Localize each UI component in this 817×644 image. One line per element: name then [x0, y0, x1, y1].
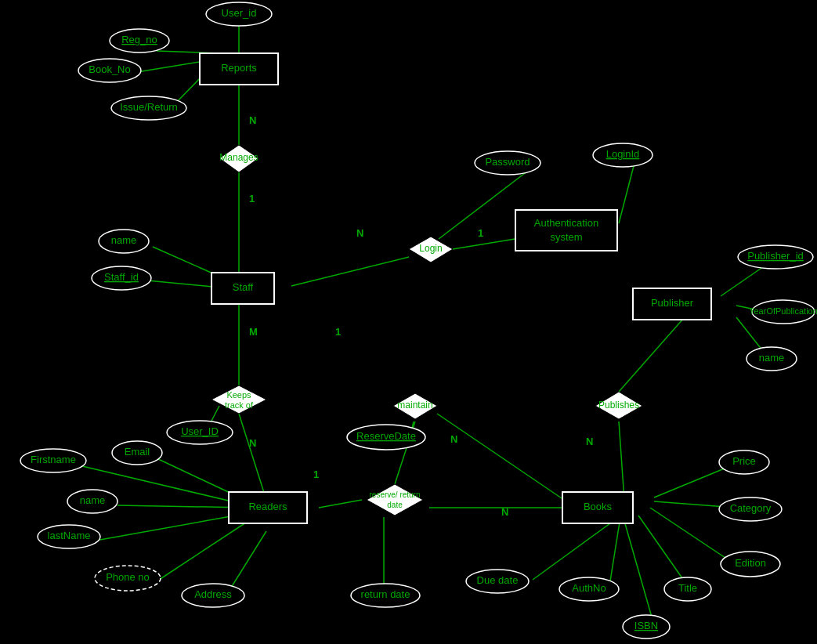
attr-phone-no-label: Phone no: [106, 571, 150, 583]
attr-year-pub-label: YearOfPublication: [749, 306, 817, 316]
card-1-keeps-track: 1: [335, 326, 341, 338]
attr-user-id-label: User_id: [222, 7, 257, 19]
card-n-books: N: [501, 506, 508, 518]
relationship-reserve-return-label: reserve/ return: [369, 490, 420, 499]
entity-publisher-label: Publisher: [651, 297, 694, 309]
entity-staff-label: Staff: [233, 281, 254, 293]
attr-category-label: Category: [730, 502, 772, 514]
attr-issue-return-label: Issue/Return: [120, 101, 178, 113]
card-n-login-staff: N: [356, 227, 363, 239]
svg-line-20: [227, 531, 266, 594]
relationship-keeps-track-label2: track of: [225, 400, 254, 410]
svg-line-11: [619, 163, 634, 223]
relationship-keeps-track-label: Keeps: [226, 390, 251, 400]
svg-line-29: [638, 516, 688, 586]
attr-pub-name-label: name: [759, 352, 785, 364]
attr-auth-no-label: AuthNo: [572, 582, 606, 594]
attr-book-no-label: Book_No: [89, 63, 130, 75]
attr-login-id-label: LoginId: [606, 148, 640, 160]
svg-line-35: [721, 265, 766, 296]
svg-line-13: [239, 414, 266, 500]
card-1-readers: 1: [313, 469, 319, 480]
entity-books-label: Books: [584, 501, 613, 512]
attr-staff-name-label: name: [111, 234, 137, 246]
card-n-publishes: N: [586, 436, 593, 447]
svg-line-32: [654, 466, 730, 497]
attr-reader-name-label: name: [80, 494, 106, 506]
attr-price-label: Price: [732, 455, 756, 467]
attr-publisher-id-label: Publisher_id: [747, 250, 804, 262]
attr-title-label: Title: [678, 582, 697, 594]
attr-reserve-date-label: ReserveDate: [356, 430, 416, 442]
card-1-manages-bottom: 1: [249, 193, 255, 204]
svg-line-33: [619, 421, 624, 500]
svg-line-21: [319, 500, 362, 508]
attr-email-label: Email: [125, 446, 150, 458]
card-n-keeps-bottom: N: [249, 437, 256, 449]
attr-user-id2-label: User_ID: [181, 425, 219, 437]
attr-lastname-label: lastName: [48, 530, 91, 541]
relationship-maintain-label: maintain: [397, 400, 432, 411]
relationship-login-label: Login: [419, 243, 442, 254]
card-1-login-auth: 1: [478, 227, 483, 239]
card-n-maintain: N: [450, 433, 457, 445]
svg-line-8: [291, 257, 409, 286]
attr-isbn-label: ISBN: [634, 620, 658, 631]
attr-password-label: Password: [485, 156, 530, 168]
svg-line-30: [650, 508, 732, 563]
relationship-publishes-label: Publishes: [598, 400, 639, 411]
svg-line-34: [619, 312, 689, 392]
entity-auth-label2: system: [550, 231, 582, 243]
svg-line-19: [157, 521, 248, 581]
er-diagram: Reports Staff Readers Authentication sys…: [0, 0, 817, 644]
attr-edition-label: Edition: [735, 557, 766, 569]
svg-line-2: [137, 61, 204, 72]
attr-reg-no-label: Reg_no: [121, 34, 157, 45]
svg-line-38: [437, 414, 564, 500]
entity-auth: [515, 210, 617, 251]
svg-line-26: [533, 517, 619, 580]
entity-reports-label: Reports: [221, 62, 257, 74]
entity-readers-label: Readers: [248, 501, 287, 512]
attr-address-label: Address: [194, 588, 232, 600]
attr-staff-id-label: Staff_id: [104, 271, 139, 283]
relationship-reserve-return-label2: date: [387, 501, 403, 509]
card-n-manages-top: N: [249, 114, 256, 126]
attr-firstname-label: Firstname: [31, 454, 76, 465]
attr-due-date-label: Due date: [477, 574, 519, 586]
entity-auth-label: Authentication: [534, 217, 598, 229]
attr-return-date-label: return date: [361, 588, 410, 600]
card-m-keeps-track: M: [249, 326, 258, 338]
svg-line-28: [624, 521, 654, 625]
svg-line-27: [609, 517, 620, 586]
relationship-manages-label: Manages: [219, 152, 258, 163]
